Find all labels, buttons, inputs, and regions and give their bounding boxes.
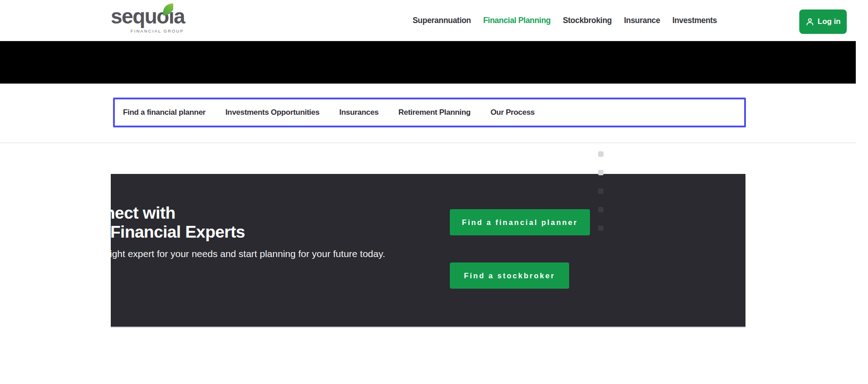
section-divider <box>0 142 856 143</box>
subnav-item-retirement-planning[interactable]: Retirement Planning <box>398 108 471 117</box>
hero-heading-line-2: Financial Experts <box>111 223 245 242</box>
carousel-dot-4[interactable] <box>598 207 604 212</box>
logo-tagline: FINANCIAL GROUP <box>131 28 184 33</box>
nav-item-financial-planning[interactable]: Financial Planning <box>483 16 551 25</box>
carousel-dot-2[interactable] <box>598 170 604 175</box>
carousel-pagination <box>598 151 604 231</box>
carousel-dot-1[interactable] <box>598 151 604 157</box>
user-icon <box>806 18 814 26</box>
hero-section: nect with Financial Experts ight expert … <box>111 174 745 327</box>
find-financial-planner-button[interactable]: Find a financial planner <box>450 209 590 235</box>
page: sequoia FINANCIAL GROUP Superannuation F… <box>0 0 868 384</box>
subnav-item-our-process[interactable]: Our Process <box>491 108 535 117</box>
subnav-item-investments-opportunities[interactable]: Investments Opportunities <box>226 108 320 117</box>
subnav-item-insurances[interactable]: Insurances <box>340 108 379 117</box>
nav-item-stockbroking[interactable]: Stockbroking <box>563 16 612 25</box>
nav-item-superannuation[interactable]: Superannuation <box>413 16 471 25</box>
carousel-dot-5[interactable] <box>598 225 604 231</box>
hero-paragraph: ight expert for your needs and start pla… <box>111 248 385 260</box>
find-stockbroker-button[interactable]: Find a stockbroker <box>450 262 569 289</box>
carousel-dot-3[interactable] <box>598 188 604 194</box>
login-label: Log in <box>818 17 841 26</box>
subnav-item-find-a-financial-planner[interactable]: Find a financial planner <box>123 108 206 117</box>
main-nav: Superannuation Financial Planning Stockb… <box>413 0 717 41</box>
logo[interactable]: sequoia FINANCIAL GROUP <box>111 4 183 35</box>
subnav-focus-box: Find a financial planner Investments Opp… <box>113 98 746 127</box>
nav-item-insurance[interactable]: Insurance <box>624 16 660 25</box>
black-banner <box>0 41 856 84</box>
site-header: sequoia FINANCIAL GROUP Superannuation F… <box>0 0 856 41</box>
nav-item-investments[interactable]: Investments <box>672 16 717 25</box>
hero-heading-line-1: nect with <box>111 204 175 223</box>
leaf-icon <box>161 2 176 17</box>
login-button[interactable]: Log in <box>799 9 847 34</box>
